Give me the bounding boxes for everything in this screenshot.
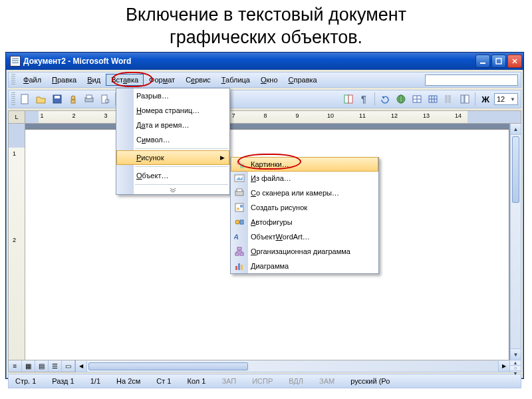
- menu-tools[interactable]: Сервис: [180, 74, 216, 86]
- ruler-tick: 10: [327, 112, 331, 119]
- help-search-input[interactable]: [425, 74, 518, 86]
- toolbar-grip-icon: [11, 92, 15, 106]
- print-button[interactable]: [82, 92, 96, 106]
- ruler-row: L 1234567891011121314: [8, 110, 521, 124]
- font-size-select[interactable]: 12 ▼: [494, 93, 518, 105]
- tab-type-button[interactable]: L: [8, 110, 25, 124]
- submenu-item-clipart[interactable]: Картинки…: [231, 157, 378, 172]
- reading-view-button[interactable]: ▭: [62, 360, 75, 372]
- vertical-scrollbar[interactable]: ▲ ▼: [510, 124, 521, 360]
- svg-text:A: A: [234, 233, 239, 241]
- tables-button[interactable]: [410, 92, 424, 106]
- svg-rect-6: [71, 100, 75, 103]
- view-buttons: ≡ ▦ ▤ ☰ ▭: [8, 360, 76, 372]
- status-rec: ЗАП: [217, 377, 240, 385]
- menu-table[interactable]: Таблица: [216, 74, 255, 86]
- ruler-tick: 8: [263, 112, 267, 119]
- menu-item-break[interactable]: Разрыв…: [116, 88, 229, 103]
- chart-icon: [233, 261, 245, 271]
- svg-rect-1: [496, 59, 501, 64]
- menu-item-page-numbers[interactable]: Номера страниц…: [116, 103, 229, 118]
- submenu-item-chart[interactable]: Диаграмма: [231, 259, 378, 273]
- picture-icon: [233, 173, 245, 184]
- svg-point-5: [71, 96, 75, 100]
- doc-map-button[interactable]: [458, 92, 472, 106]
- menu-item-symbol[interactable]: Символ…: [116, 132, 229, 147]
- status-at: На 2см: [112, 377, 144, 385]
- slide-title-line2: графических объектов.: [170, 27, 362, 47]
- menu-item-date-time[interactable]: Дата и время…: [116, 118, 229, 132]
- menu-edit[interactable]: Правка: [47, 74, 82, 86]
- horizontal-scrollbar[interactable]: ◀ ▶: [76, 360, 510, 372]
- ruler-tick: 9: [295, 112, 299, 119]
- submenu-item-from-file[interactable]: Из файла…: [231, 171, 378, 186]
- word-doc-icon: [10, 56, 21, 66]
- font-size-value: 12: [497, 95, 505, 103]
- status-ovr: ЗАМ: [315, 377, 338, 385]
- menu-item-object[interactable]: Объект…: [116, 168, 229, 183]
- svg-rect-41: [240, 253, 243, 255]
- svg-rect-11: [344, 95, 348, 103]
- hyperlink-button[interactable]: [394, 92, 408, 106]
- horizontal-ruler[interactable]: 1234567891011121314: [25, 110, 521, 124]
- next-page-button[interactable]: ▼: [510, 371, 521, 376]
- submenu-item-autoshapes[interactable]: Автофигуры: [231, 215, 378, 229]
- scanner-icon: [233, 188, 245, 198]
- ruler-tick: 7: [231, 112, 235, 119]
- ruler-tick: 11: [359, 112, 363, 119]
- menu-insert[interactable]: Вставка: [106, 74, 144, 86]
- menu-file[interactable]: Файл: [18, 74, 47, 86]
- svg-rect-46: [235, 266, 237, 270]
- toolbar-separator: [475, 92, 475, 106]
- paragraph-button[interactable]: ¶: [357, 92, 372, 106]
- new-doc-button[interactable]: [18, 92, 33, 106]
- research-button[interactable]: [341, 92, 356, 106]
- normal-view-button[interactable]: ≡: [9, 360, 22, 372]
- insert-table-button[interactable]: [426, 92, 440, 106]
- menu-help[interactable]: Справка: [283, 74, 323, 86]
- vertical-ruler[interactable]: 12: [8, 124, 25, 360]
- web-view-button[interactable]: ▦: [22, 360, 35, 372]
- svg-rect-4: [55, 96, 60, 98]
- ruler-tick: 13: [423, 112, 427, 119]
- scroll-left-button[interactable]: ◀: [76, 361, 87, 372]
- outline-view-button[interactable]: ☰: [49, 360, 62, 372]
- submenu-item-wordart[interactable]: A Объект WordArt…: [231, 229, 378, 244]
- insert-menu-dropdown: Разрыв… Номера страниц… Дата и время… Си…: [116, 88, 230, 195]
- menu-separator: [135, 184, 228, 185]
- submenu-item-new-drawing[interactable]: Создать рисунок: [231, 200, 378, 215]
- menu-expand-button[interactable]: [116, 186, 229, 194]
- status-ext: ВДЛ: [285, 377, 307, 385]
- toolbar-separator: [374, 92, 375, 106]
- open-button[interactable]: [34, 92, 49, 106]
- prev-page-button[interactable]: ▲: [510, 360, 521, 366]
- scroll-down-button[interactable]: ▼: [511, 348, 521, 360]
- status-section: Разд 1: [48, 377, 78, 385]
- permissions-button[interactable]: [66, 92, 80, 106]
- browse-object-button[interactable]: ○: [510, 366, 521, 371]
- ruler-tick: 12: [391, 112, 395, 119]
- scroll-up-button[interactable]: ▲: [511, 124, 521, 135]
- save-button[interactable]: [50, 92, 65, 106]
- minimize-button[interactable]: [475, 55, 490, 68]
- svg-rect-24: [448, 95, 451, 103]
- close-button[interactable]: [507, 55, 522, 68]
- clipart-icon: [234, 159, 246, 170]
- print-preview-button[interactable]: [98, 92, 112, 106]
- menu-view[interactable]: Вид: [82, 74, 106, 86]
- menu-window[interactable]: Окно: [255, 74, 283, 86]
- maximize-button[interactable]: [491, 55, 506, 68]
- menu-item-label: Разрыв…: [136, 92, 169, 100]
- hscroll-thumb[interactable]: [88, 362, 248, 370]
- scroll-right-button[interactable]: ▶: [498, 361, 509, 372]
- submenu-item-scanner[interactable]: Со сканера или камеры…: [231, 186, 378, 200]
- undo-button[interactable]: [378, 92, 392, 106]
- print-view-button[interactable]: ▤: [35, 360, 49, 372]
- vscroll-thumb[interactable]: [512, 136, 519, 203]
- menu-item-picture[interactable]: Рисунок ▶: [116, 150, 229, 165]
- submenu-item-org-chart[interactable]: Организационная диаграмма: [231, 244, 378, 259]
- menu-separator: [135, 148, 228, 149]
- bold-button[interactable]: Ж: [478, 92, 493, 106]
- columns-button[interactable]: [442, 92, 456, 106]
- menu-format[interactable]: Формат: [144, 74, 180, 86]
